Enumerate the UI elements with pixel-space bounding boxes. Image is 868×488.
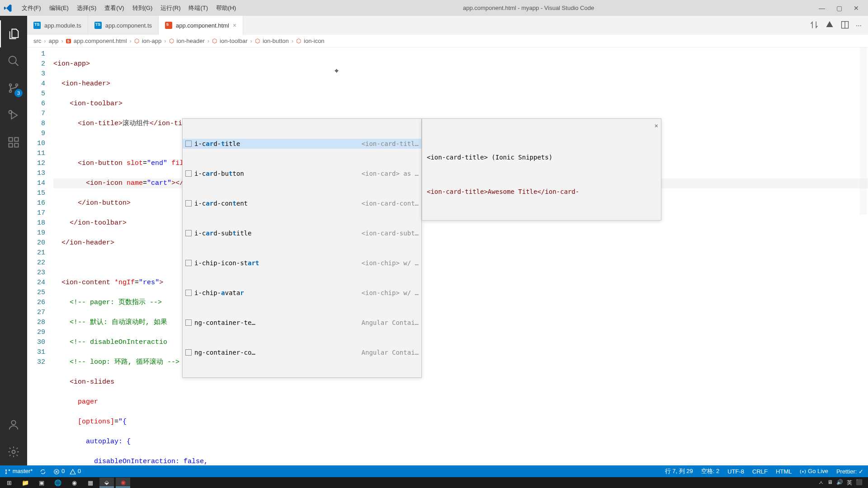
status-eol[interactable]: CRLF [752,468,768,475]
system-tray[interactable]: ㅅ 🖥 🔊 英 ⬛ [818,479,866,487]
status-spaces[interactable]: 空格: 2 [701,467,719,475]
minimap[interactable] [860,47,867,465]
status-sync[interactable] [40,468,46,475]
svg-point-3 [16,84,18,86]
close-button[interactable]: ✕ [852,5,861,12]
open-preview-icon[interactable] [825,20,834,31]
suggestion-item[interactable]: ng-container-co… Angular Contai… [183,347,421,357]
suggestion-desc: <ion-card> as … [362,169,419,178]
html-icon: 5 [66,39,71,43]
svg-point-12 [5,469,6,470]
typescript-icon: TS [94,22,102,29]
activity-account[interactable] [0,411,27,438]
warning-icon [70,469,76,475]
svg-point-10 [12,450,15,454]
taskbar-terminal[interactable]: ▣ [34,478,49,488]
breadcrumb-item[interactable]: ion-icon [304,38,325,44]
menu-help[interactable]: 帮助(H) [212,2,240,14]
minimize-button[interactable]: — [817,5,826,12]
code-editor[interactable]: 12345 678910 1112131415 1617181920 21222… [27,47,868,465]
breadcrumb-item[interactable]: app [49,38,59,44]
svg-rect-5 [9,138,13,141]
tray-network-icon[interactable]: 🖥 [827,479,833,487]
taskbar-edge[interactable]: 🌐 [51,478,65,488]
svg-point-13 [5,473,6,474]
svg-rect-8 [14,143,18,147]
taskbar-recorder[interactable]: ◉ [116,478,130,488]
status-problems[interactable]: 0 0 [53,468,81,475]
menu-file[interactable]: 文件(F) [18,2,45,14]
split-editor-icon[interactable] [840,20,849,31]
status-encoding[interactable]: UTF-8 [727,468,744,475]
code-content[interactable]: <ion-app> <ion-header> <ion-toolbar> <io… [53,47,868,465]
breadcrumb-item[interactable]: ion-header [177,38,205,44]
tag-icon: ⬡ [134,38,139,44]
status-prettier[interactable]: Prettier: ✓ [836,468,863,475]
suggestion-item[interactable]: i-card-button <ion-card> as … [183,169,421,178]
html-icon: 5 [165,22,172,29]
breadcrumb-item[interactable]: ion-button [263,38,289,44]
suggestion-desc: <ion-card-subt… [362,228,419,238]
breadcrumb-item[interactable]: app.component.html [74,38,127,44]
suggestion-item[interactable]: i-chip-icon-start <ion-chip> w/ … [183,258,421,268]
activity-scm[interactable]: 3 [0,75,27,102]
taskbar-explorer[interactable]: 📁 [18,478,33,488]
line-numbers: 12345 678910 1112131415 1617181920 21222… [27,47,53,465]
activity-search[interactable] [0,47,27,75]
maximize-button[interactable]: ▢ [835,5,844,12]
tag-icon: ⬡ [255,38,260,44]
snippet-icon [185,141,192,147]
menu-go[interactable]: 转到(G) [129,2,156,14]
tray-ime[interactable]: 英 [847,479,852,487]
branch-icon [5,469,11,475]
breadcrumbs[interactable]: src› app› 5 app.component.html› ⬡ ion-ap… [27,35,868,47]
status-branch[interactable]: master* [5,468,33,475]
menu-run[interactable]: 运行(R) [157,2,184,14]
tab-label: app.component.html [176,22,229,29]
menu-terminal[interactable]: 终端(T) [185,2,212,14]
intellisense-popup[interactable]: i-card-title <ion-card-titl… i-card-butt… [182,118,422,378]
tag-icon: ⬡ [212,38,217,44]
close-icon[interactable]: × [233,22,236,29]
taskbar-vscode[interactable]: ⬙ [99,478,114,488]
close-icon[interactable]: × [655,121,658,131]
vscode-logo-icon [4,4,13,13]
suggestion-label: i-card-content [194,198,359,208]
suggestion-item[interactable]: i-chip-avatar <ion-chip> w/ … [183,288,421,298]
snippet-icon [185,319,192,326]
taskbar-app[interactable]: ▦ [83,478,98,488]
status-position[interactable]: 行 7, 列 29 [665,467,693,475]
tray-chevron-icon[interactable]: ㅅ [818,479,824,487]
activity-settings[interactable] [0,438,27,465]
taskbar-chrome[interactable]: ◉ [67,478,81,488]
suggestion-item[interactable]: i-card-content <ion-card-cont… [183,198,421,208]
menu-edit[interactable]: 编辑(E) [46,2,72,14]
tray-volume-icon[interactable]: 🔊 [836,479,843,487]
activity-debug[interactable] [0,102,27,129]
suggestion-item[interactable]: i-card-subtitle <ion-card-subt… [183,228,421,238]
breadcrumb-item[interactable]: src [33,38,41,44]
snippet-icon [185,260,192,266]
activity-bar: 3 [0,16,27,465]
tab-app-module[interactable]: TS app.module.ts [27,16,88,35]
doc-title: <ion-card-title> (Ionic Snippets) [427,152,656,162]
menu-selection[interactable]: 选择(S) [73,2,100,14]
compare-changes-icon[interactable] [810,20,819,31]
status-language[interactable]: HTML [776,468,792,475]
tab-app-component-html[interactable]: 5 app.component.html × [159,16,243,35]
start-button[interactable]: ⊞ [2,478,16,488]
status-golive[interactable]: Go Live [800,468,828,475]
activity-explorer[interactable] [0,20,27,47]
activity-extensions[interactable] [0,129,27,156]
menu-view[interactable]: 查看(V) [101,2,127,14]
snippet-icon [185,200,192,206]
snippet-icon [185,230,192,236]
suggestion-item[interactable]: i-card-title <ion-card-titl… [183,139,421,149]
breadcrumb-item[interactable]: ion-app [142,38,161,44]
tag-icon: ⬡ [169,38,174,44]
tray-action-center[interactable]: ⬛ [856,479,863,487]
tab-app-component-ts[interactable]: TS app.component.ts [88,16,159,35]
breadcrumb-item[interactable]: ion-toolbar [220,38,247,44]
more-actions-icon[interactable]: ⋯ [856,22,862,29]
suggestion-item[interactable]: ng-container-te… Angular Contai… [183,318,421,328]
